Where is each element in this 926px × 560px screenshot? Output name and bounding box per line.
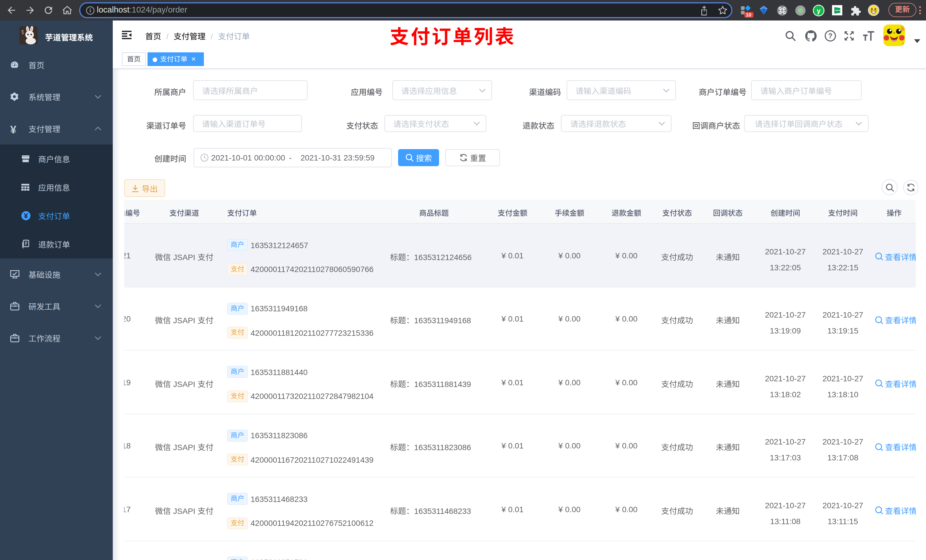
svg-text:y: y — [817, 6, 821, 14]
svg-text:?: ? — [828, 32, 832, 40]
